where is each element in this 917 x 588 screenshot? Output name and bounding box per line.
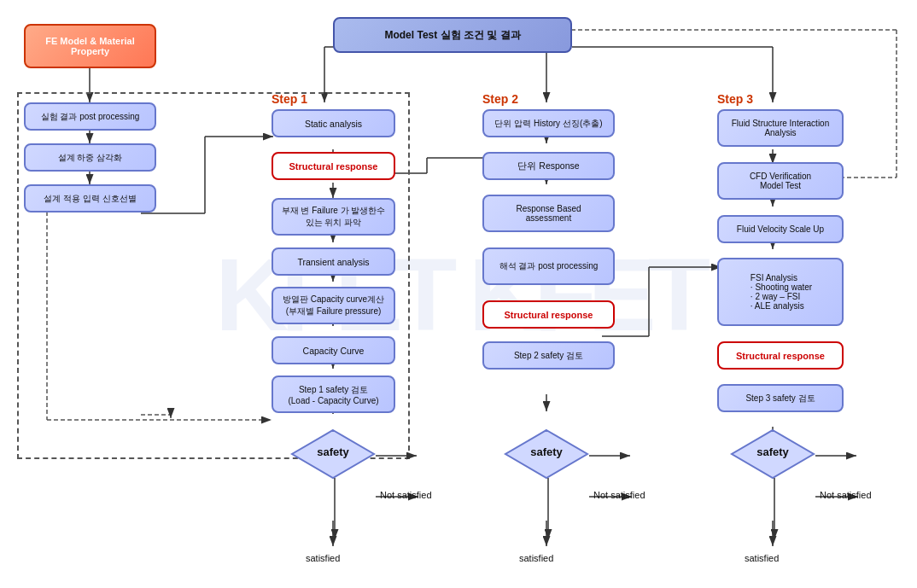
d3-down-arrow <box>768 478 781 546</box>
step1-label: Step 1 <box>272 92 307 106</box>
step2-label: Step 2 <box>482 92 518 106</box>
step2-unit-response: 단위 Response <box>482 152 615 180</box>
left-item-1: 실험 결과 post processing <box>24 102 156 131</box>
diamond-3-satisfied: satisfied <box>745 553 779 563</box>
step2-safety-review: Step 2 safety 검토 <box>482 341 615 370</box>
step2-post-processing: 해석 결과 post processing <box>482 247 615 285</box>
step1-static-analysis: Static analysis <box>272 109 395 137</box>
left-item-3: 설계 적용 입력 신호선별 <box>24 184 156 212</box>
fe-model-box: FE Model & Material Property <box>24 24 156 68</box>
d2-down-arrow <box>542 478 555 546</box>
step3-structural-response: Structural response <box>717 341 844 370</box>
diamond-1-label: safety <box>290 445 376 458</box>
model-test-box: Model Test 실험 조건 및 결과 <box>333 17 572 53</box>
diamond-2-not-satisfied: Not satisfied <box>593 490 645 500</box>
d1-right-arrow <box>376 450 423 463</box>
diamond-1-satisfied: satisfied <box>306 553 340 563</box>
step2-history: 단위 압력 History 선징(추출) <box>482 109 615 137</box>
step1-failure-location: 부재 변 Failure 가 발생한수 있는 위치 파악 <box>272 198 395 236</box>
step3-fsi-analysis: Fluid Structure Interaction Analysis <box>717 109 844 147</box>
step1-structural-response: Structural response <box>272 152 395 180</box>
step2-structural-response: Structural response <box>482 300 615 329</box>
diamond-2-label: safety <box>504 445 589 458</box>
left-item-2: 설계 하중 삼각화 <box>24 143 156 172</box>
step1-capacity-calc: 방열판 Capacity curve계산 (부재별 Failure pressu… <box>272 287 395 324</box>
diagram-container: KFET KFET <box>0 0 917 588</box>
step1-capacity-curve: Capacity Curve <box>272 336 395 364</box>
d1-down-arrow <box>329 478 342 546</box>
step3-cfd-verification: CFD Verification Model Test <box>717 162 844 200</box>
step3-label: Step 3 <box>717 92 753 106</box>
step3-fluid-velocity: Fluid Velocity Scale Up <box>717 215 844 243</box>
d2-right-arrow <box>589 450 636 463</box>
diamond-3-label: safety <box>730 445 815 458</box>
diamond-3-not-satisfied: Not satisfied <box>820 490 872 500</box>
diamond-1-not-satisfied: Not satisfied <box>380 490 432 500</box>
step1-transient-analysis: Transient analysis <box>272 247 395 276</box>
step3-safety-review: Step 3 safety 검토 <box>717 384 844 412</box>
step1-safety-review: Step 1 safety 검토 (Load - Capacity Curve) <box>272 376 395 413</box>
diamond-2-satisfied: satisfied <box>519 553 553 563</box>
d3-right-arrow <box>815 450 862 463</box>
step3-fsi-details: FSI Analysis · Shooting water · 2 way – … <box>717 258 844 326</box>
step2-response-based: Response Based assessment <box>482 195 615 232</box>
